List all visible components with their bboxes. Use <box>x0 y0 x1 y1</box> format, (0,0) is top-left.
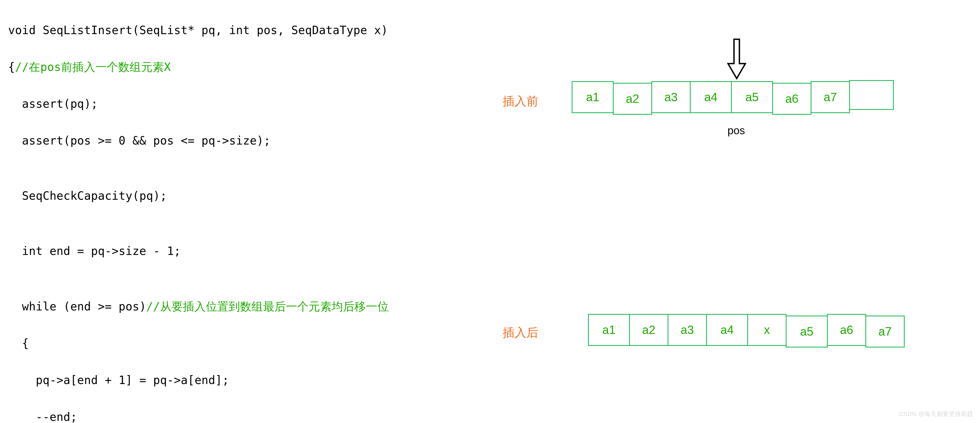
cell-value: a6 <box>840 323 853 337</box>
code-line: SeqCheckCapacity(pq); <box>8 187 389 205</box>
code-line: pq->a[end + 1] = pq->a[end]; <box>8 371 389 390</box>
code-text: --end; <box>8 410 77 423</box>
cell-value: a7 <box>824 90 837 104</box>
code-text: SeqCheckCapacity(pq); <box>8 189 167 203</box>
code-text: { <box>8 337 29 350</box>
watermark: CSDN @每天都要坚持刷题 <box>899 410 973 418</box>
array-cell: a1 <box>588 314 630 346</box>
row-before: a1 a2 a3 a4 a5 a6 a7 <box>572 81 894 115</box>
cell-value: x <box>764 323 770 337</box>
code-comment: //在pos前插入一个数组元素X <box>15 60 171 74</box>
array-cell: a5 <box>786 315 828 347</box>
cell-value: a1 <box>586 90 599 104</box>
array-cell: a1 <box>572 81 614 113</box>
array-cell: a4 <box>706 314 748 346</box>
code-text: int end = pq->size - 1; <box>8 244 181 258</box>
cell-value: a5 <box>745 90 759 104</box>
cell-value: a4 <box>704 90 718 104</box>
code-line: {//在pos前插入一个数组元素X <box>8 58 389 76</box>
code-text: pq->a[end + 1] = pq->a[end]; <box>8 374 229 387</box>
array-cell: a6 <box>827 314 866 346</box>
array-cell: a4 <box>690 81 732 113</box>
code-line: int end = pq->size - 1; <box>8 242 389 260</box>
code-text: assert(pq); <box>8 97 98 111</box>
code-block: void SeqListInsert(SeqList* pq, int pos,… <box>8 3 389 423</box>
cell-value: a7 <box>878 325 892 338</box>
array-cell: a3 <box>668 314 707 346</box>
cell-value: a6 <box>785 92 799 106</box>
cell-value: a2 <box>642 323 655 337</box>
cell-value: a2 <box>626 92 639 106</box>
code-line: { <box>8 334 389 353</box>
code-line: assert(pos >= 0 && pos <= pq->size); <box>8 131 389 150</box>
cell-value: a4 <box>721 323 734 337</box>
code-text: { <box>8 60 15 74</box>
array-cell: x <box>747 314 786 346</box>
cell-value: a1 <box>602 323 616 337</box>
cell-value: a5 <box>800 325 813 338</box>
array-cell: a6 <box>772 83 811 115</box>
code-line: assert(pq); <box>8 95 389 113</box>
code-text: assert(pos >= 0 && pos <= pq->size); <box>8 134 270 147</box>
code-comment: //从要插入位置到数组最后一个元素均后移一位 <box>146 300 389 313</box>
row-after: a1 a2 a3 a4 x a5 a6 a7 <box>588 314 905 347</box>
code-text: while (end >= pos) <box>8 300 146 313</box>
array-cell: a7 <box>811 81 850 113</box>
pos-label: pos <box>727 125 745 137</box>
array-cell: a2 <box>613 83 652 115</box>
code-line: void SeqListInsert(SeqList* pq, int pos,… <box>8 21 389 40</box>
array-cell: a7 <box>865 315 905 347</box>
code-text: void SeqListInsert(SeqList* pq, int pos,… <box>8 24 388 37</box>
array-cell-empty <box>849 80 894 110</box>
array-cell: a5 <box>731 81 773 113</box>
cell-value: a3 <box>664 90 678 104</box>
before-label: 插入前 <box>503 93 538 109</box>
arrow-down-icon <box>726 38 748 81</box>
array-cell: a3 <box>651 81 690 113</box>
after-label: 插入后 <box>503 325 538 341</box>
array-cell: a2 <box>629 314 668 346</box>
cell-value: a3 <box>681 323 694 337</box>
code-line: while (end >= pos)//从要插入位置到数组最后一个元素均后移一位 <box>8 298 389 316</box>
code-line: --end; <box>8 408 389 423</box>
